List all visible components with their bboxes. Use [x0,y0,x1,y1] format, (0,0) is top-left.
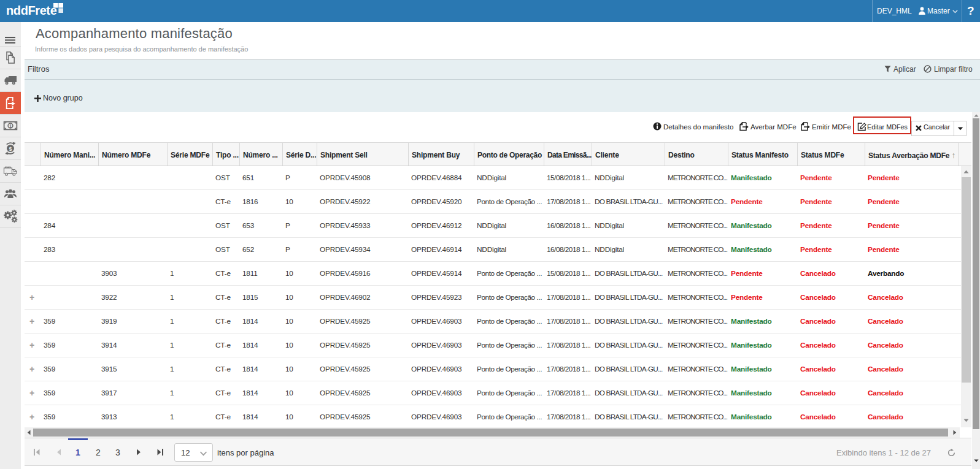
svg-text:1: 1 [9,123,12,129]
svg-text:$: $ [9,146,12,152]
